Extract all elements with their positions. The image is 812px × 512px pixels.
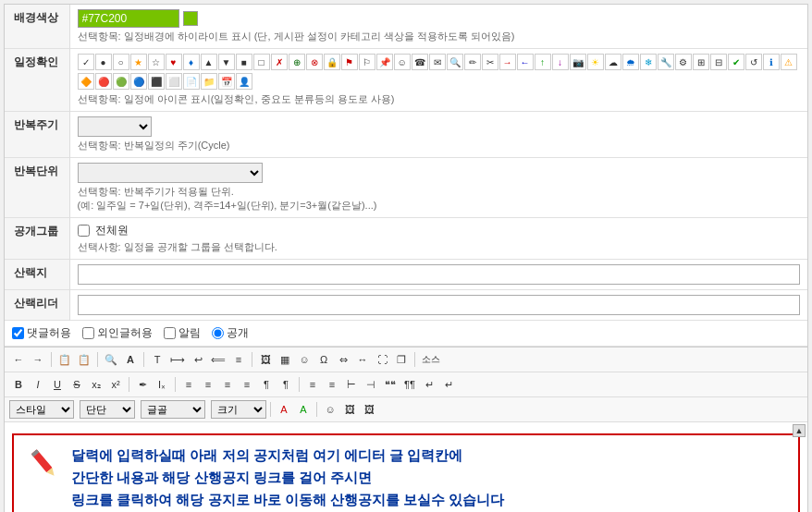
tb-source[interactable]: 소스	[419, 350, 443, 369]
icon-flag-filled[interactable]: ⚑	[341, 54, 358, 70]
foreign-comment-checkbox[interactable]	[82, 327, 94, 339]
style-select[interactable]: 스타일	[9, 400, 74, 419]
tb-emoji[interactable]: ☺	[295, 350, 314, 369]
tb-image[interactable]: 🖼	[256, 350, 275, 369]
tb-img2[interactable]: 🖼	[340, 400, 359, 419]
size-select[interactable]: 크기	[211, 400, 266, 419]
tb-indent-less[interactable]: ¶	[257, 375, 276, 394]
tb-omega[interactable]: Ω	[314, 350, 333, 369]
tb-copy[interactable]: 📋	[55, 350, 74, 369]
tb-indent-r[interactable]: ⊣	[362, 375, 380, 394]
icon-refresh[interactable]: ↺	[745, 54, 762, 70]
tb-maximize[interactable]: ❐	[392, 350, 411, 369]
tb-list-ol[interactable]: ≡	[303, 375, 322, 394]
icon-square-filled[interactable]: ■	[236, 54, 252, 70]
icon-check[interactable]: ✓	[78, 54, 94, 70]
icon-pencil[interactable]: ✏	[464, 54, 481, 70]
para-select[interactable]: 단단	[80, 400, 135, 419]
tb-list-ul[interactable]: ≡	[323, 375, 341, 394]
icon-extra4[interactable]: 🔵	[130, 73, 147, 90]
color-swatch[interactable]	[183, 11, 198, 26]
icon-arrow-r[interactable]: →	[499, 54, 516, 70]
tb-find[interactable]: 🔍	[102, 350, 120, 369]
icon-smiley[interactable]: ☺	[394, 54, 411, 70]
tb-indent-l[interactable]: ⊢	[342, 375, 361, 394]
tb-paste[interactable]: 📋	[75, 350, 93, 369]
icon-extra1[interactable]: 🔶	[78, 73, 94, 90]
icon-doc[interactable]: 📄	[183, 73, 200, 90]
tb-unlink[interactable]: ↔	[353, 350, 372, 369]
group-all-checkbox[interactable]	[78, 225, 90, 237]
banner-input[interactable]	[78, 264, 801, 285]
tb-superscript[interactable]: x²	[106, 375, 125, 394]
tb-bold[interactable]: B	[9, 375, 28, 394]
tb-format-paint[interactable]: ✒	[133, 375, 152, 394]
banner-leader-input[interactable]	[78, 295, 801, 315]
icon-arrow-d[interactable]: ↓	[552, 54, 569, 70]
icon-extra5[interactable]: ⬛	[148, 73, 165, 90]
comment-label[interactable]: 댓글허용	[12, 325, 71, 341]
tb-redo[interactable]: →	[29, 350, 47, 369]
icon-gear[interactable]: ⚙	[675, 54, 692, 70]
icon-extra3[interactable]: 🟢	[113, 73, 129, 90]
icon-dot-filled[interactable]: ●	[95, 54, 112, 70]
tb-blockquote[interactable]: ❝❝	[381, 375, 400, 394]
scroll-button[interactable]: ▲	[793, 424, 806, 437]
tb-link[interactable]: ⇔	[334, 350, 352, 369]
icon-dot-empty[interactable]: ○	[113, 54, 129, 70]
icon-circle-x[interactable]: ⊗	[306, 54, 323, 70]
icon-star-filled[interactable]: ★	[130, 54, 147, 70]
tb-smiley2[interactable]: ☺	[321, 400, 339, 419]
tb-undo[interactable]: ←	[9, 350, 28, 369]
comment-checkbox[interactable]	[12, 327, 24, 339]
tb-align[interactable]: ≡	[229, 350, 248, 369]
tb-clear-format[interactable]: Iₓ	[153, 375, 171, 394]
font-select[interactable]: 글골	[141, 400, 205, 419]
foreign-comment-label[interactable]: 외인글허용	[82, 325, 153, 341]
icon-cloud[interactable]: ☁	[605, 54, 621, 70]
icon-checkmark2[interactable]: ✔	[728, 54, 744, 70]
icon-flag-empty[interactable]: ⚐	[359, 54, 375, 70]
tb-align-justify[interactable]: ≡	[238, 375, 256, 394]
icon-search-sm[interactable]: 🔍	[447, 54, 463, 70]
icon-arrow-u[interactable]: ↑	[535, 54, 551, 70]
icon-camera[interactable]: 📷	[570, 54, 586, 70]
repeat-select[interactable]	[78, 116, 152, 137]
icon-phone[interactable]: ☎	[412, 54, 428, 70]
tb-insert-t[interactable]: T	[148, 350, 166, 369]
tb-indent-more[interactable]: ¶	[277, 375, 295, 394]
tb-subscript[interactable]: x₂	[87, 375, 105, 394]
tb-align-right[interactable]: ≡	[218, 375, 237, 394]
icon-triangle-down[interactable]: ▼	[218, 54, 235, 70]
icon-triangle-up[interactable]: ▲	[201, 54, 217, 70]
color-text-input[interactable]	[78, 9, 179, 28]
icon-info[interactable]: ℹ	[763, 54, 780, 70]
icon-plus-box[interactable]: ⊞	[693, 54, 709, 70]
icon-square-empty[interactable]: □	[253, 54, 270, 70]
editor-area[interactable]: ▲ 달력에 입력하실때 아래 저의 공지처럼 여기 에디터 글 입력칸에 간단	[5, 422, 807, 512]
alarm-label[interactable]: 알림	[164, 325, 201, 341]
icon-circle-plus[interactable]: ⊕	[289, 54, 305, 70]
tb-enter[interactable]: ↵	[420, 375, 438, 394]
tb-nl[interactable]: ↩	[189, 350, 207, 369]
public-radio[interactable]	[212, 327, 224, 339]
tb-enter2[interactable]: ↵	[439, 375, 458, 394]
icon-heart[interactable]: ♥	[166, 54, 182, 70]
tb-remove-blockquote[interactable]: ¶¶	[400, 375, 419, 394]
tb-insert-col[interactable]: ⟼	[167, 350, 188, 369]
tb-bg-color[interactable]: A	[294, 400, 313, 419]
icon-diamond[interactable]: ♦	[183, 54, 200, 70]
icon-calendar[interactable]: 📅	[218, 73, 235, 90]
icon-scissors[interactable]: ✂	[482, 54, 498, 70]
icon-minus-box[interactable]: ⊟	[710, 54, 727, 70]
icon-star-empty[interactable]: ☆	[148, 54, 165, 70]
tb-table[interactable]: ▦	[276, 350, 294, 369]
tb-strike[interactable]: S	[68, 375, 86, 394]
icon-snow[interactable]: ❄	[640, 54, 657, 70]
icon-sun[interactable]: ☀	[587, 54, 604, 70]
icon-lock[interactable]: 🔒	[324, 54, 340, 70]
tb-font-color[interactable]: A	[275, 400, 293, 419]
tb-img3[interactable]: 🖼	[360, 400, 378, 419]
icon-arrow-l[interactable]: ←	[517, 54, 534, 70]
icon-wrench[interactable]: 🔧	[658, 54, 674, 70]
